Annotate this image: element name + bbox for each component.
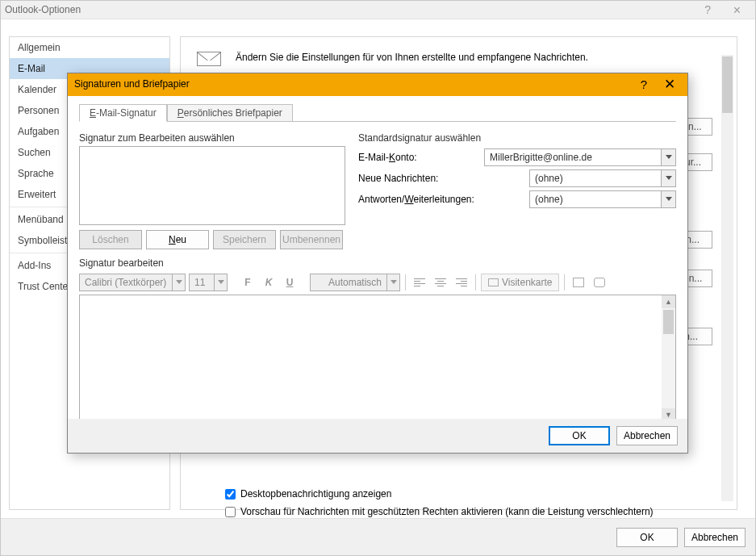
business-card-button[interactable]: Visitenkarte (481, 274, 559, 291)
insert-image-button[interactable] (570, 274, 587, 291)
signatures-dialog: Signaturen und Briefpapier ? ✕ E-Mail-Si… (67, 73, 688, 454)
dialog-footer: OK Abbrechen (68, 419, 687, 453)
close-icon[interactable]: × (733, 3, 741, 18)
tab-personal-stationery[interactable]: Persönliches Briefpapier (167, 104, 293, 122)
image-icon (573, 278, 584, 287)
editor-toolbar: Calibri (Textkörper) 11 F K U Automatisc… (79, 272, 676, 293)
dialog-titlebar: Signaturen und Briefpapier ? ✕ (68, 73, 687, 96)
main-scrollbar[interactable] (721, 55, 733, 501)
intro-text: Ändern Sie die Einstellungen für von Ihn… (236, 52, 588, 63)
label-new-messages: Neue Nachrichten: (358, 173, 479, 184)
combo-font-color[interactable]: Automatisch (310, 274, 400, 291)
toolbar-separator (564, 274, 565, 291)
chevron-down-icon (214, 274, 227, 291)
toolbar-separator (475, 274, 476, 291)
options-titlebar: Outlook-Optionen ? × (1, 1, 755, 19)
chevron-down-icon (386, 274, 399, 291)
window-title: Outlook-Optionen (5, 4, 81, 15)
scrollbar-thumb[interactable] (722, 56, 733, 113)
dialog-cancel-button[interactable]: Abbrechen (616, 426, 678, 445)
dialog-title: Signaturen und Briefpapier (74, 78, 190, 90)
checkbox-preview-label: Vorschau für Nachrichten mit geschützten… (240, 506, 654, 517)
combo-new-messages[interactable]: (ohne) (529, 169, 676, 187)
dialog-help-icon[interactable]: ? (641, 77, 647, 91)
italic-button[interactable]: K (260, 274, 278, 291)
scroll-up-icon[interactable]: ▲ (662, 295, 675, 308)
options-cancel-button[interactable]: Abbrechen (684, 528, 746, 547)
checkbox-preview-protected[interactable] (225, 507, 236, 517)
arrival-options: Desktopbenachrichtigung anzeigen Vorscha… (225, 485, 696, 520)
align-right-button[interactable] (453, 274, 470, 291)
chevron-down-icon (661, 149, 675, 165)
chevron-down-icon (661, 170, 675, 186)
checkbox-desktop-notify[interactable] (225, 489, 236, 500)
label-select-signature: Signatur zum Bearbeiten auswählen (79, 132, 235, 144)
options-footer: OK Abbrechen (1, 518, 755, 555)
rename-button[interactable]: Umbenennen (280, 230, 343, 249)
help-icon[interactable]: ? (704, 3, 711, 16)
envelope-icon (195, 47, 223, 68)
insert-link-button[interactable] (591, 274, 608, 291)
card-icon (488, 278, 499, 286)
tab-divider (79, 121, 676, 122)
delete-button[interactable]: Löschen (79, 230, 142, 249)
chevron-down-icon (661, 191, 675, 207)
label-email-account: E-Mail-Konto: (358, 152, 479, 163)
dialog-tabs: E-Mail-Signatur Persönliches Briefpapier (79, 104, 293, 122)
label-default-signature: Standardsignatur auswählen (358, 132, 676, 144)
scrollbar-thumb[interactable] (663, 310, 674, 334)
combo-font-size[interactable]: 11 (189, 274, 228, 291)
signature-listbox[interactable] (79, 146, 345, 225)
default-signature-panel: Standardsignatur auswählen E-Mail-Konto:… (358, 132, 676, 210)
label-replies: Antworten/Weiterleitungen: (358, 194, 479, 205)
align-center-button[interactable] (432, 274, 449, 291)
tab-email-signature[interactable]: E-Mail-Signatur (79, 104, 167, 122)
checkbox-desktop-label: Desktopbenachrichtigung anzeigen (240, 488, 391, 500)
dialog-ok-button[interactable]: OK (549, 426, 610, 445)
section-intro: Ändern Sie die Einstellungen für von Ihn… (195, 47, 588, 68)
combo-replies[interactable]: (ohne) (529, 190, 676, 208)
dialog-body: E-Mail-Signatur Persönliches Briefpapier… (68, 96, 687, 419)
chevron-down-icon (172, 274, 185, 291)
label-edit-signature: Signatur bearbeiten (79, 257, 164, 269)
dialog-close-icon[interactable]: ✕ (664, 76, 675, 93)
signature-editor[interactable]: ▲ ▼ (79, 295, 676, 422)
underline-button[interactable]: U (281, 274, 299, 291)
new-button[interactable]: Neu (146, 230, 209, 249)
combo-email-account[interactable]: MillerBrigitte@online.de (484, 148, 676, 166)
options-ok-button[interactable]: OK (616, 528, 678, 547)
sidebar-item-allgemein[interactable]: Allgemein (10, 37, 169, 58)
editor-scrollbar[interactable]: ▲ ▼ (662, 295, 675, 421)
combo-font[interactable]: Calibri (Textkörper) (79, 274, 186, 291)
toolbar-separator (405, 274, 406, 291)
align-left-button[interactable] (411, 274, 428, 291)
link-icon (594, 278, 605, 287)
bold-button[interactable]: F (239, 274, 257, 291)
signature-button-row: Löschen Neu Speichern Umbenennen (79, 230, 343, 249)
save-button[interactable]: Speichern (213, 230, 276, 249)
